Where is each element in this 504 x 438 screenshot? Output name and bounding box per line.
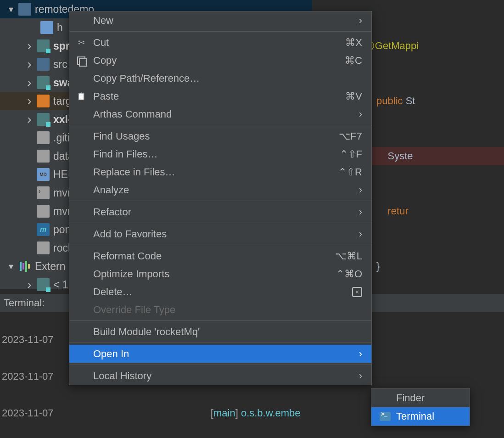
tree-label: Extern (35, 260, 65, 273)
menu-optimize-imports[interactable]: Optimize Imports⌃⌘O (69, 265, 371, 283)
menu-copy[interactable]: Copy⌘C (69, 51, 371, 69)
menu-label: Override File Type (93, 304, 362, 316)
menu-label: Arthas Command (93, 108, 354, 120)
menu-arthas[interactable]: Arthas Command› (69, 105, 371, 123)
menu-paste[interactable]: Paste⌘V (69, 87, 371, 105)
menu-label: Open In (93, 348, 354, 360)
open-in-submenu: Finder Terminal (371, 388, 470, 426)
menu-open-in[interactable]: Open In› (69, 345, 371, 363)
menu-reformat[interactable]: Reformat Code⌥⌘L (69, 247, 371, 265)
menu-local-history[interactable]: Local History› (69, 367, 371, 385)
code-text: @GetMappi (364, 40, 419, 51)
menu-separator (69, 31, 371, 32)
menu-label: Paste (93, 90, 345, 102)
menu-analyze[interactable]: Analyze› (69, 181, 371, 199)
tree-label: src (53, 58, 67, 71)
chevron-right-icon: › (359, 184, 362, 196)
menu-label: Local History (93, 370, 354, 382)
menu-new[interactable]: New› (69, 11, 371, 29)
expand-icon[interactable] (4, 261, 18, 272)
chevron-right-icon: › (359, 370, 362, 382)
menu-find-in-files[interactable]: Find in Files…⌃⇧F (69, 145, 371, 163)
menu-delete[interactable]: Delete…× (69, 283, 371, 301)
expand-icon[interactable] (22, 75, 37, 90)
menu-label: Replace in Files… (93, 166, 338, 178)
module-folder-icon (37, 113, 50, 126)
menu-separator (69, 365, 371, 365)
menu-shortcut: ⌘C (345, 55, 362, 67)
target-folder-icon (37, 95, 50, 107)
submenu-finder[interactable]: Finder (371, 389, 470, 407)
submenu-label: Finder (396, 392, 425, 404)
chevron-right-icon: › (359, 206, 362, 218)
menu-label: Cut (93, 37, 345, 49)
expand-icon[interactable] (22, 94, 37, 108)
menu-shortcut: ⌥⌘L (335, 250, 362, 262)
shell-icon (37, 186, 50, 199)
menu-find-usages[interactable]: Find Usages⌥F7 (69, 127, 371, 145)
log-class: o.s.b.w.embe (241, 407, 301, 419)
menu-label: New (93, 15, 354, 27)
menu-refactor[interactable]: Refactor› (69, 203, 371, 221)
module-folder-icon (37, 76, 50, 89)
clipboard-icon (75, 92, 88, 101)
file-icon (37, 131, 50, 144)
menu-label: Add to Favorites (93, 228, 354, 240)
code-text: public (376, 95, 403, 107)
code-text: retur (387, 205, 408, 217)
menu-label: Reformat Code (93, 250, 335, 262)
menu-copy-path[interactable]: Copy Path/Reference… (69, 69, 371, 87)
tree-label: spr (53, 40, 70, 52)
jdk-folder-icon (37, 278, 50, 291)
code-text: } (376, 260, 380, 272)
chevron-right-icon: › (359, 108, 362, 120)
folder-icon (37, 58, 50, 71)
code-text: Syste (387, 150, 413, 162)
context-menu: New› Cut⌘X Copy⌘C Copy Path/Reference… P… (69, 11, 372, 385)
submenu-terminal[interactable]: Terminal (371, 407, 470, 426)
menu-label: Analyze (93, 184, 354, 196)
menu-label: Find Usages (93, 130, 339, 142)
menu-separator (69, 320, 371, 321)
menu-separator (69, 201, 371, 201)
expand-icon[interactable] (22, 277, 37, 292)
menu-add-favorites[interactable]: Add to Favorites› (69, 225, 371, 243)
log-timestamp: 2023-11-07 (2, 371, 54, 382)
menu-label: Delete… (93, 286, 352, 298)
maven-icon: m (37, 223, 50, 236)
menu-label: Copy (93, 55, 345, 67)
archive-icon (40, 21, 53, 34)
chevron-right-icon: › (359, 228, 362, 240)
log-timestamp: 2023-11-07 (2, 334, 54, 345)
tree-label: .giti (53, 132, 70, 144)
terminal-title: Terminal: (4, 297, 45, 309)
markdown-icon: MD (37, 168, 50, 181)
menu-label: Copy Path/Reference… (93, 73, 362, 84)
tree-label: h (57, 22, 63, 34)
delete-icon: × (352, 287, 362, 297)
menu-override-filetype: Override File Type (69, 301, 371, 319)
menu-shortcut: ⌃⇧F (340, 148, 362, 160)
scissors-icon (75, 38, 88, 48)
copy-icon (75, 56, 88, 65)
tree-label: rocl (53, 242, 70, 254)
menu-cut[interactable]: Cut⌘X (69, 34, 371, 51)
menu-shortcut: ⌃⇧R (338, 166, 362, 178)
chevron-right-icon: › (359, 15, 362, 27)
menu-replace-in-files[interactable]: Replace in Files…⌃⇧R (69, 163, 371, 181)
log-timestamp: 2023-11-07 (2, 407, 54, 419)
menu-separator (69, 125, 371, 125)
terminal-icon (379, 412, 392, 421)
menu-shortcut: ⌥F7 (339, 130, 362, 142)
expand-icon[interactable] (22, 39, 37, 53)
file-icon (37, 241, 50, 254)
folder-icon (18, 3, 31, 16)
chevron-right-icon: › (359, 348, 362, 360)
menu-build-module[interactable]: Build Module 'rocketMq' (69, 323, 371, 341)
expand-icon[interactable] (22, 57, 37, 72)
log-thread: main (213, 407, 235, 419)
expand-icon[interactable] (4, 4, 18, 15)
expand-icon[interactable] (22, 112, 37, 127)
menu-shortcut: ⌘X (345, 37, 362, 49)
file-icon (37, 150, 50, 163)
